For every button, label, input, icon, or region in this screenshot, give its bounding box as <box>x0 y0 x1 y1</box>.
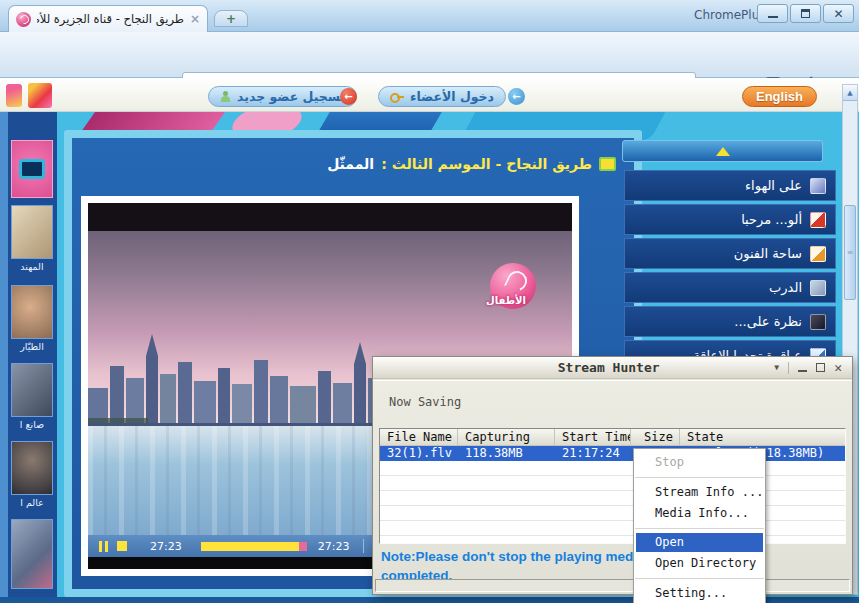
context-menu-stream-info[interactable]: Stream Info ... <box>634 482 765 503</box>
maximize-icon <box>801 9 810 18</box>
kids-logo-label: الأطفال <box>486 295 526 306</box>
column-header-state[interactable]: State <box>680 429 845 445</box>
minimize-button[interactable] <box>757 4 788 23</box>
menu-collapse-bar[interactable] <box>622 140 823 162</box>
scrollbar-thumb[interactable]: ≡ <box>844 205 856 300</box>
browser-window: طريق النجاح - قناة الجزيرة للأطفال - ...… <box>0 0 859 603</box>
tv-mini-icon <box>599 157 616 171</box>
column-header-start-time[interactable]: Start Time <box>555 429 631 445</box>
progress-bar[interactable] <box>201 542 307 551</box>
context-menu-setting[interactable]: Setting... <box>634 583 765 603</box>
stream-hunter-titlebar[interactable]: Stream Hunter ▼ ✕ <box>373 357 852 379</box>
column-header-capturing[interactable]: Capturing <box>458 429 555 445</box>
thumbnail-photo <box>11 363 53 417</box>
pause-button[interactable] <box>99 541 108 552</box>
episode-name: الممثّل <box>327 156 374 172</box>
empty-row <box>380 491 845 506</box>
register-arrow-button[interactable]: ← <box>340 88 357 105</box>
episode-title: طريق النجاح - الموسم الثالث : الممثّل <box>327 156 616 172</box>
key-icon <box>390 93 404 101</box>
login-label: دخول الأعضاء <box>410 89 494 104</box>
menu-item-label: ألو... مرحبا <box>741 212 802 227</box>
path-icon <box>810 280 826 296</box>
new-tab-button[interactable]: + <box>214 10 248 27</box>
context-menu: Stop Stream Info ... Media Info... Open … <box>633 448 766 603</box>
minimize-icon <box>768 16 778 18</box>
menu-item-arts[interactable]: ساحة الفنون <box>624 238 836 269</box>
thumbnail-label: صانع ا <box>11 417 53 430</box>
left-sidebar-strip <box>0 112 8 597</box>
left-arrow-icon: ← <box>344 92 352 102</box>
menu-item-hello[interactable]: ألو... مرحبا <box>624 204 836 235</box>
status-cell <box>375 579 675 592</box>
cell-capturing: 118.38MB <box>458 446 555 461</box>
menu-item-on-air[interactable]: على الهواء <box>624 170 836 201</box>
close-icon: ✕ <box>833 9 843 19</box>
collapse-arrow-icon <box>716 147 730 156</box>
thumbnail-label: المهند <box>11 259 53 272</box>
letterbox-top <box>88 203 572 231</box>
menu-item-path[interactable]: الدرب <box>624 272 836 303</box>
site-logo-icon-2 <box>28 83 52 108</box>
progress-bar-end <box>299 542 307 551</box>
sidebar-item-pilot[interactable]: الطيّار <box>11 285 53 352</box>
sh-controls-divider <box>788 362 789 374</box>
program-title: طريق النجاح - الموسم الثالث : <box>381 156 592 172</box>
downloads-table[interactable]: File Name Capturing Start Time Size Stat… <box>379 428 846 544</box>
thumbnail-photo <box>11 519 53 589</box>
menu-separator <box>635 477 764 478</box>
sidebar-item-tv[interactable] <box>11 140 53 198</box>
sidebar-item-scientist[interactable]: عالم ا <box>11 441 53 508</box>
tab-close-icon[interactable]: × <box>190 13 200 25</box>
thumbnail-label: الطيّار <box>11 339 53 352</box>
empty-row <box>380 461 845 476</box>
phone-icon <box>810 212 826 228</box>
context-menu-open-directory[interactable]: Open Directory <box>634 553 765 574</box>
elapsed-time: 27:23 <box>150 540 182 553</box>
english-language-button[interactable]: English <box>742 86 817 107</box>
register-label: تسجيل عضو جديد <box>237 89 345 104</box>
column-header-size[interactable]: Size <box>631 429 680 445</box>
total-time: 27:23 <box>318 540 350 553</box>
brand-label: ChromePlus <box>694 8 766 22</box>
tab-title: طريق النجاح - قناة الجزيرة للأطفال - ... <box>37 12 184 26</box>
login-button[interactable]: دخول الأعضاء <box>378 86 506 107</box>
browser-tab[interactable]: طريق النجاح - قناة الجزيرة للأطفال - ...… <box>8 5 208 32</box>
browser-titlebar: طريق النجاح - قناة الجزيرة للأطفال - ...… <box>0 0 859 32</box>
sh-minimize-button[interactable] <box>798 370 807 372</box>
close-button[interactable]: ✕ <box>823 4 854 23</box>
empty-row <box>380 521 845 536</box>
status-bar <box>375 579 850 592</box>
sh-maximize-button[interactable] <box>816 363 825 372</box>
arts-icon <box>810 246 826 262</box>
column-header-file-name[interactable]: File Name <box>380 429 458 445</box>
stream-hunter-title: Stream Hunter <box>373 360 774 375</box>
tv-card <box>11 140 53 198</box>
context-menu-media-info[interactable]: Media Info... <box>634 503 765 524</box>
table-header-row[interactable]: File Name Capturing Start Time Size Stat… <box>380 429 845 446</box>
login-arrow-button[interactable]: ← <box>508 88 525 105</box>
site-logo-icon-1 <box>6 84 22 107</box>
menu-item-label: على الهواء <box>745 178 802 193</box>
sidebar-item-engineer[interactable]: المهند <box>11 205 53 272</box>
context-menu-open[interactable]: Open <box>636 533 763 552</box>
empty-row <box>380 506 845 521</box>
left-arrow-icon: ← <box>512 92 520 102</box>
table-row-selected[interactable]: 32(1).flv 118.38MB 21:17:24 Completed(11… <box>380 446 845 461</box>
register-button[interactable]: تسجيل عضو جديد <box>208 86 357 107</box>
stop-button[interactable] <box>117 541 127 551</box>
look-icon <box>810 314 826 330</box>
sh-close-button[interactable]: ✕ <box>834 362 842 373</box>
maximize-button[interactable] <box>790 4 821 23</box>
stream-hunter-window[interactable]: Stream Hunter ▼ ✕ Now Saving File Name C… <box>372 356 853 595</box>
browser-toolbar: ← → ↻ ⌂ ↶ ▼ ☆ http://www.jcctv.net/index… <box>0 32 859 78</box>
sidebar-item-more[interactable] <box>11 519 53 589</box>
stream-hunter-body: Now Saving File Name Capturing Start Tim… <box>373 380 852 594</box>
thumbnail-photo <box>11 205 53 259</box>
scrollbar-up-button[interactable]: ▲ <box>843 85 857 101</box>
sh-dropdown-icon[interactable]: ▼ <box>774 363 779 372</box>
thumbnail-photo <box>11 285 53 339</box>
sidebar-item-maker[interactable]: صانع ا <box>11 363 53 430</box>
context-menu-stop: Stop <box>634 452 765 473</box>
menu-item-look[interactable]: نظرة على... <box>624 306 836 337</box>
